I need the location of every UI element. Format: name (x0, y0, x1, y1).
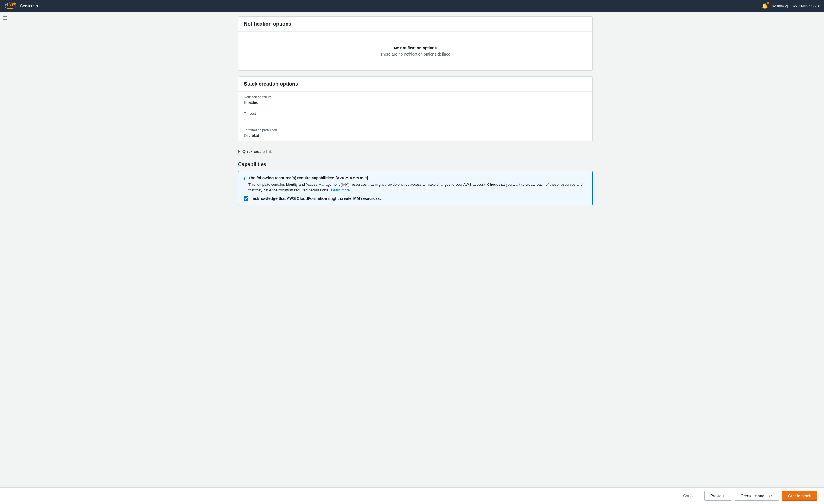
capabilities-warning-title: The following resource(s) require capabi… (248, 176, 587, 180)
stack-creation-options-fields: Rollback on failure Enabled Timeout - Te… (238, 92, 593, 141)
main-content: Notification options No notification opt… (227, 12, 597, 233)
services-menu-button[interactable]: Services ▾ (20, 4, 38, 8)
termination-label: Termination protection (244, 128, 587, 132)
notification-empty-title: No notification options (249, 46, 581, 50)
notification-bell[interactable]: 🔔 (762, 3, 768, 9)
timeout-label: Timeout (244, 112, 587, 116)
user-dropdown-icon: ▾ (818, 4, 820, 8)
rollback-label: Rollback on failure (244, 95, 587, 99)
termination-protection-row: Termination protection Disabled (238, 125, 593, 141)
quick-create-section: Quick-create link (238, 147, 593, 156)
services-dropdown-icon: ▾ (36, 4, 38, 8)
hamburger-icon: ☰ (3, 15, 7, 21)
termination-value: Disabled (244, 133, 587, 138)
user-label: keshav @ 9827-1633-7777 (772, 4, 816, 8)
aws-logo (4, 2, 16, 10)
notification-options-body: No notification options There are no not… (238, 32, 593, 71)
sidebar-toggle-button[interactable]: ☰ (3, 15, 7, 21)
rollback-on-failure-row: Rollback on failure Enabled (238, 92, 593, 108)
quick-create-toggle-button[interactable]: Quick-create link (238, 147, 272, 156)
notification-options-card: Notification options No notification opt… (238, 16, 593, 71)
user-menu[interactable]: keshav @ 9827-1633-7777 ▾ (772, 4, 820, 8)
acknowledge-row: I acknowledge that AWS CloudFormation mi… (244, 196, 587, 201)
capabilities-description: This template contains Identity and Acce… (248, 182, 587, 193)
notification-options-header: Notification options (238, 17, 593, 32)
stack-creation-options-title: Stack creation options (244, 81, 587, 87)
capabilities-box: ℹ The following resource(s) require capa… (238, 171, 593, 205)
capabilities-title: Capabilities (238, 162, 593, 168)
timeout-row: Timeout - (238, 108, 593, 125)
bell-icon: 🔔 (762, 3, 768, 9)
timeout-value: - (244, 117, 587, 121)
acknowledge-label: I acknowledge that AWS CloudFormation mi… (250, 196, 381, 201)
notification-empty-state: No notification options There are no not… (244, 37, 587, 65)
top-navigation: Services ▾ 🔔 keshav @ 9827-1633-7777 ▾ (0, 0, 824, 12)
capabilities-section: Capabilities ℹ The following resource(s)… (238, 162, 593, 205)
learn-more-link[interactable]: Learn more (331, 188, 350, 192)
triangle-right-icon (238, 150, 240, 153)
notification-empty-desc: There are no notification options define… (249, 52, 581, 57)
info-icon: ℹ (244, 176, 245, 181)
quick-create-label: Quick-create link (242, 149, 272, 154)
services-label: Services (20, 4, 35, 8)
acknowledge-checkbox[interactable] (244, 196, 248, 201)
rollback-value: Enabled (244, 100, 587, 105)
notification-options-title: Notification options (244, 21, 587, 27)
capabilities-warning: ℹ The following resource(s) require capa… (244, 176, 587, 193)
stack-creation-options-header: Stack creation options (238, 77, 593, 92)
notification-badge (767, 2, 769, 4)
stack-creation-options-card: Stack creation options Rollback on failu… (238, 76, 593, 141)
